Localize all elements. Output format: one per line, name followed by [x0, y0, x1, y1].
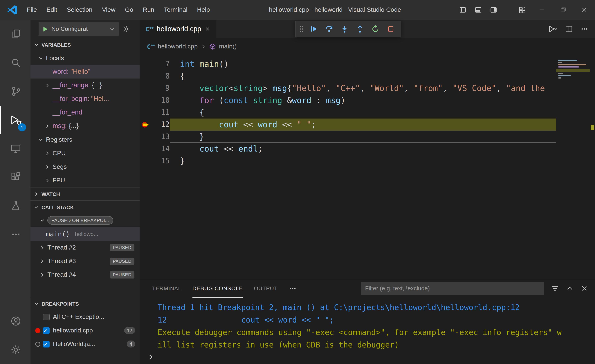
variable-row[interactable]: __for_end [30, 106, 140, 119]
glyph-margin[interactable] [140, 155, 153, 167]
code-text[interactable]: cout << word << " "; [170, 118, 595, 131]
breakpoints-section-header[interactable]: BREAKPOINTS [30, 297, 140, 310]
panel-tab-terminal[interactable]: TERMINAL [152, 279, 181, 298]
glyph-margin[interactable] [140, 82, 153, 94]
close-panel-icon[interactable] [580, 284, 588, 292]
register-group-row[interactable]: FPU [30, 174, 140, 187]
debug-console[interactable]: Thread 1 hit Breakpoint 2, main () at C:… [140, 298, 595, 364]
menu-edit[interactable]: Edit [42, 0, 62, 20]
maximize-panel-icon[interactable] [566, 284, 574, 292]
chevron-right-icon [44, 82, 50, 88]
more-views-icon[interactable] [0, 220, 30, 249]
search-icon[interactable] [0, 48, 30, 77]
account-icon[interactable] [0, 307, 30, 335]
glyph-margin[interactable] [140, 118, 153, 131]
variable-row[interactable]: __for_range: {...} [30, 79, 140, 92]
variable-row[interactable]: msg: {...} [30, 119, 140, 133]
toggle-sidebar-icon[interactable] [459, 6, 467, 14]
panel-more-tabs-icon[interactable] [289, 284, 297, 292]
variable-row[interactable]: word: "Hello" [30, 65, 140, 79]
code-text[interactable]: } [170, 131, 595, 143]
debug-config-dropdown[interactable]: No Configurat [39, 22, 119, 36]
debug-settings-gear-icon[interactable] [122, 25, 130, 33]
register-group-row[interactable]: CPU [30, 146, 140, 160]
toolbar-grip-handle[interactable] [298, 22, 305, 36]
glyph-margin[interactable] [140, 58, 153, 70]
panel-tab-debug-console[interactable]: DEBUG CONSOLE [192, 279, 243, 298]
menu-view[interactable]: View [97, 0, 120, 20]
run-or-debug-button[interactable] [548, 25, 558, 33]
explorer-icon[interactable] [0, 20, 30, 48]
breakpoint-row[interactable]: HelloWorld.ja...4 [30, 337, 140, 351]
breakpoint-checkbox[interactable] [43, 314, 50, 320]
menu-file[interactable]: File [22, 0, 42, 20]
glyph-margin[interactable] [140, 143, 153, 155]
code-editor[interactable]: 7int main()8{9 vector<string> msg{"Hello… [140, 55, 595, 279]
toggle-panel-icon[interactable] [475, 6, 482, 14]
scope-registers[interactable]: Registers [30, 133, 140, 146]
testing-icon[interactable] [0, 192, 30, 220]
menu-help[interactable]: Help [192, 0, 215, 20]
tab-close-icon[interactable] [205, 26, 211, 32]
breadcrumb-file[interactable]: helloworld.cpp [158, 43, 198, 50]
breakpoint-checkbox[interactable] [43, 341, 50, 347]
debug-step-over-button[interactable] [321, 22, 337, 36]
debug-continue-button[interactable] [306, 22, 321, 36]
code-text[interactable]: cout << endl; [170, 143, 595, 155]
menu-terminal[interactable]: Terminal [159, 0, 192, 20]
close-button[interactable] [574, 0, 595, 20]
extensions-icon[interactable] [0, 163, 30, 192]
filter-lines-icon[interactable] [551, 284, 559, 292]
thread-row[interactable]: Thread #2PAUSED [30, 241, 140, 254]
breakpoint-dot-icon [35, 328, 40, 333]
minimap[interactable] [556, 55, 590, 279]
breakpoint-checkbox[interactable] [43, 327, 50, 334]
run-and-debug-icon[interactable]: 1 [0, 106, 30, 134]
menu-run[interactable]: Run [138, 0, 159, 20]
breakpoint-row[interactable]: All C++ Exceptio... [30, 310, 140, 324]
call-stack-section-header[interactable]: CALL STACK [30, 200, 140, 213]
thread-row[interactable]: Thread #3PAUSED [30, 254, 140, 268]
console-filter-input[interactable] [361, 282, 544, 295]
glyph-margin[interactable] [140, 106, 153, 118]
debug-restart-button[interactable] [368, 22, 383, 36]
glyph-margin[interactable] [140, 131, 153, 143]
code-text[interactable]: vector<string> msg{"Hello", "C++", "Worl… [170, 82, 595, 94]
breakpoint-row[interactable]: helloworld.cpp12 [30, 324, 140, 337]
stack-frame-row[interactable]: main() hellowo... [30, 227, 140, 241]
editor-more-actions-icon[interactable] [580, 25, 588, 33]
console-input-row[interactable] [147, 351, 595, 363]
debug-stop-button[interactable] [383, 22, 398, 36]
scope-locals[interactable]: Locals [30, 51, 140, 65]
minimize-button[interactable] [531, 0, 552, 20]
thread-row[interactable]: Thread #4PAUSED [30, 268, 140, 282]
split-editor-icon[interactable] [565, 25, 573, 33]
restore-button[interactable] [552, 0, 574, 20]
breadcrumb-symbol[interactable]: main() [219, 43, 237, 50]
call-stack-session-row[interactable]: PAUSED ON BREAKPOI... [30, 213, 140, 227]
watch-section-header[interactable]: WATCH [30, 187, 140, 200]
overview-ruler[interactable] [590, 55, 595, 279]
source-control-icon[interactable] [0, 77, 30, 106]
glyph-margin[interactable] [140, 70, 153, 82]
menu-selection[interactable]: Selection [62, 0, 97, 20]
toggle-secondary-sidebar-icon[interactable] [490, 6, 497, 14]
menu-go[interactable]: Go [120, 0, 138, 20]
code-text[interactable]: int main() [170, 58, 595, 70]
code-text[interactable]: { [170, 106, 595, 118]
debug-step-out-button[interactable] [352, 22, 368, 36]
variable-row[interactable]: __for_begin: "Hel… [30, 92, 140, 106]
variables-section-header[interactable]: VARIABLES [30, 38, 140, 51]
code-text[interactable]: { [170, 70, 595, 82]
debug-step-into-button[interactable] [337, 22, 352, 36]
panel-tab-output[interactable]: OUTPUT [254, 279, 277, 298]
code-text[interactable]: for (const string &word : msg) [170, 94, 595, 106]
breakpoint-count-badge: 4 [127, 341, 135, 348]
tab-helloworld-cpp[interactable]: C++ helloworld.cpp [140, 20, 216, 38]
settings-gear-icon[interactable] [0, 335, 30, 364]
remote-explorer-icon[interactable] [0, 134, 30, 163]
customize-layout-icon[interactable] [519, 6, 526, 14]
glyph-margin[interactable] [140, 94, 153, 106]
code-text[interactable]: } [170, 155, 595, 167]
register-group-row[interactable]: Segs [30, 160, 140, 174]
